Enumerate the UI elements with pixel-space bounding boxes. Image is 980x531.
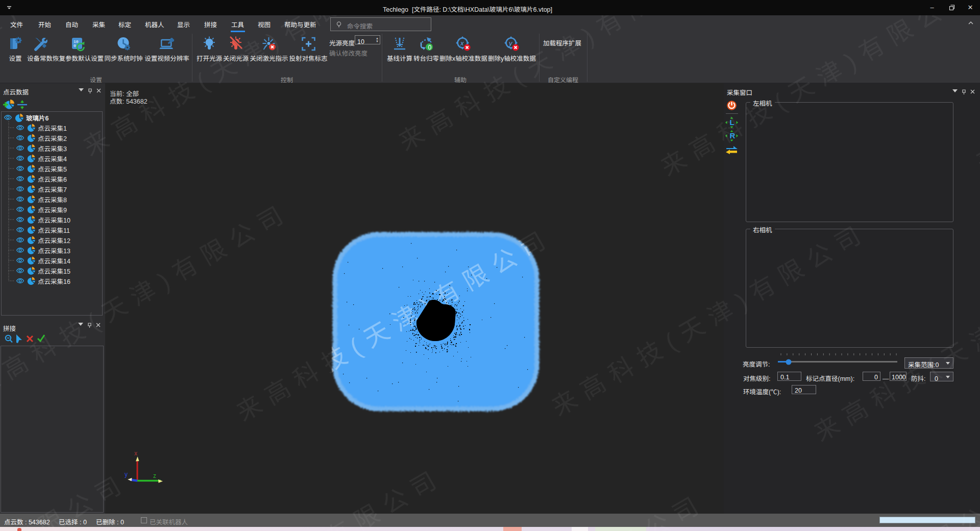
svg-text:0: 0 xyxy=(428,44,431,51)
svg-text:y: y xyxy=(508,39,513,47)
svg-text:x: x xyxy=(134,450,137,457)
svg-text:0: 0 xyxy=(74,43,76,48)
svg-text:x: x xyxy=(460,39,464,47)
svg-text:y: y xyxy=(125,471,128,478)
svg-text:z: z xyxy=(153,472,156,479)
